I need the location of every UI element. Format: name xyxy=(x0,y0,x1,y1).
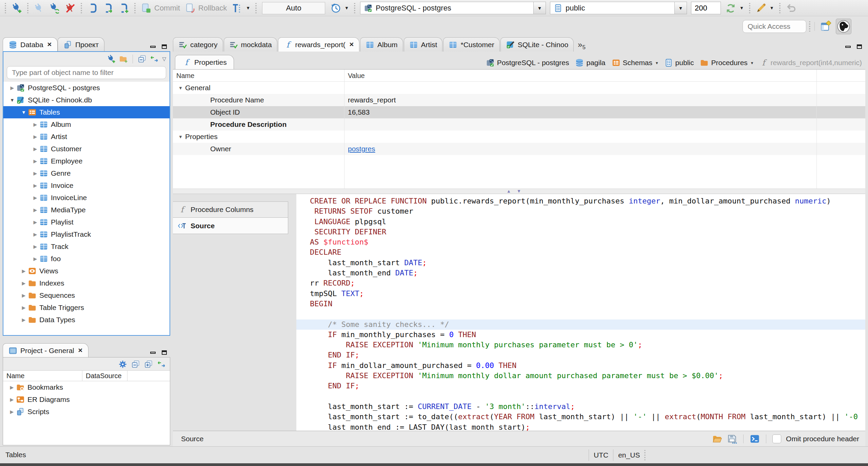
chevron-collapsed-icon[interactable]: ▶ xyxy=(31,171,39,176)
toolbar-drag-handle[interactable] xyxy=(4,3,6,13)
chevron-collapsed-icon[interactable]: ▶ xyxy=(31,244,39,249)
transaction-mode-button[interactable]: ▼ xyxy=(229,1,253,15)
chevron-collapsed-icon[interactable]: ▶ xyxy=(31,232,39,237)
tree-item-table-triggers[interactable]: ▶Table Triggers xyxy=(3,302,170,314)
close-tab-icon[interactable]: ✕ xyxy=(349,41,354,48)
save-to-file-button[interactable] xyxy=(727,434,737,444)
tree-item-views[interactable]: ▶Views xyxy=(3,265,170,277)
chevron-collapsed-icon[interactable]: ▶ xyxy=(8,397,16,402)
code-line[interactable]: END IF; xyxy=(310,381,865,391)
new-sql-editor-button[interactable] xyxy=(116,1,132,15)
chevron-collapsed-icon[interactable]: ▶ xyxy=(31,195,39,200)
new-connection-button[interactable] xyxy=(9,1,24,15)
splitter-down-icon[interactable]: ▼ xyxy=(517,189,521,194)
tree-item-playlist[interactable]: ▶Playlist xyxy=(3,216,170,228)
tree-item-employee[interactable]: ▶Employee xyxy=(3,155,170,167)
tree-item-mediatype[interactable]: ▶MediaType xyxy=(3,204,170,216)
group-expanded-icon[interactable]: ▼ xyxy=(178,85,183,91)
code-line[interactable]: RAISE EXCEPTION 'Minimum monthly purchas… xyxy=(310,340,865,350)
chevron-collapsed-icon[interactable]: ▶ xyxy=(31,158,39,164)
chevron-collapsed-icon[interactable]: ▶ xyxy=(20,293,28,298)
code-line[interactable]: rr RECORD; xyxy=(310,278,865,288)
minimize-view-button[interactable] xyxy=(845,46,851,48)
chevron-collapsed-icon[interactable]: ▶ xyxy=(20,268,28,274)
chevron-collapsed-icon[interactable]: ▶ xyxy=(20,317,28,323)
rollback-button[interactable]: Rollback xyxy=(182,1,229,15)
fetch-size-input[interactable] xyxy=(691,2,721,14)
editor-tab-sqlite-chinoo[interactable]: SQLite - Chinoo xyxy=(500,37,574,52)
omit-procedure-header-checkbox[interactable] xyxy=(772,434,781,443)
connection-combobox[interactable]: PostgreSQL - postgres ▼ xyxy=(360,2,546,14)
timezone-label[interactable]: UTC xyxy=(594,451,608,459)
tree-item-sqlite-chinook-db[interactable]: ▼SQLite - Chinook.db xyxy=(3,94,170,106)
property-row-procedure-description[interactable]: Procedure Description xyxy=(173,118,865,131)
breadcrumb-item-pagila[interactable]: pagila xyxy=(575,58,605,67)
tab-project-general[interactable]: Project - General ✕ xyxy=(3,343,88,357)
chevron-collapsed-icon[interactable]: ▶ xyxy=(8,85,16,91)
open-perspective-button[interactable] xyxy=(820,20,832,33)
property-row-owner[interactable]: Ownerpostgres xyxy=(173,143,865,155)
code-line[interactable]: /* Some sanity checks... */ xyxy=(296,319,865,330)
code-line[interactable]: CREATE OR REPLACE FUNCTION public.reward… xyxy=(310,196,865,206)
column-datasource[interactable]: DataSource xyxy=(82,371,127,381)
collapse-all-button[interactable] xyxy=(138,55,146,63)
tab-projects[interactable]: Проект xyxy=(58,37,104,52)
editor-tab-artist[interactable]: Artist xyxy=(404,37,443,52)
code-line[interactable]: ​ xyxy=(310,309,865,319)
vertical-sash[interactable] xyxy=(288,194,296,465)
source-code[interactable]: CREATE OR REPLACE FUNCTION public.reward… xyxy=(310,196,865,465)
tree-item-genre[interactable]: ▶Genre xyxy=(3,167,170,179)
source-editor[interactable]: CREATE OR REPLACE FUNCTION public.reward… xyxy=(296,194,865,465)
editor-tab-rewards-report[interactable]: rewards_report(✕ xyxy=(278,37,359,52)
schema-dropdown-button[interactable]: ▼ xyxy=(674,2,687,14)
generate-mock-data-button[interactable]: ▼ xyxy=(753,1,776,15)
project-item-er-diagrams[interactable]: ▶ER Diagrams xyxy=(3,393,170,406)
minimize-view-button[interactable] xyxy=(150,352,156,354)
connection-dropdown-button[interactable]: ▼ xyxy=(533,2,546,14)
sql-editor-button[interactable] xyxy=(100,1,116,15)
maximize-view-button[interactable] xyxy=(162,44,167,49)
open-in-sql-console-button[interactable] xyxy=(750,434,760,444)
reconnect-button[interactable] xyxy=(47,1,62,15)
new-connection-toolbar-button[interactable] xyxy=(107,55,116,63)
chevron-collapsed-icon[interactable]: ▶ xyxy=(31,207,39,213)
property-row-procedure-name[interactable]: Procedure Namerewards_report xyxy=(173,94,865,106)
chevron-collapsed-icon[interactable]: ▶ xyxy=(31,146,39,152)
chevron-collapsed-icon[interactable]: ▶ xyxy=(20,280,28,286)
property-row-general[interactable]: ▼General xyxy=(173,82,865,94)
tree-item-sequences[interactable]: ▶Sequences xyxy=(3,289,170,302)
code-line[interactable]: ​ xyxy=(310,391,865,402)
tree-item-artist[interactable]: ▶Artist xyxy=(3,131,170,143)
code-line[interactable]: IF min_monthly_purchases = 0 THEN xyxy=(310,330,865,340)
chevron-collapsed-icon[interactable]: ▶ xyxy=(31,122,39,127)
tree-item-track[interactable]: ▶Track xyxy=(3,240,170,253)
dbeaver-perspective-button[interactable] xyxy=(836,19,851,34)
editor-tab-category[interactable]: category xyxy=(173,37,223,52)
code-line[interactable]: last_month_start DATE; xyxy=(310,258,865,268)
project-settings-button[interactable] xyxy=(118,360,127,369)
code-line[interactable]: last_month_end DATE; xyxy=(310,268,865,278)
tree-item-playlisttrack[interactable]: ▶PlaylistTrack xyxy=(3,228,170,240)
editor-tab-mockdata[interactable]: mockdata xyxy=(224,37,277,52)
toolbar-drag-handle[interactable] xyxy=(134,3,136,13)
toolbar-drag-handle[interactable] xyxy=(749,3,751,13)
collapse-all-button[interactable] xyxy=(131,360,140,369)
tab-properties[interactable]: Properties xyxy=(175,55,234,69)
editor-tab-album[interactable]: Album xyxy=(360,37,403,52)
chevron-collapsed-icon[interactable]: ▶ xyxy=(8,409,16,414)
toolbar-drag-handle[interactable] xyxy=(779,3,781,13)
tab-overflow-indicator[interactable]: »5 xyxy=(574,40,588,52)
minimize-view-button[interactable] xyxy=(150,46,156,48)
chevron-collapsed-icon[interactable]: ▶ xyxy=(31,134,39,139)
project-columns-header[interactable]: Name DataSource xyxy=(3,370,170,381)
breadcrumb-item-schemas[interactable]: Schemas▾ xyxy=(612,58,658,67)
dropdown-caret-icon[interactable]: ▾ xyxy=(656,60,658,65)
grid-column-value[interactable]: Value xyxy=(348,72,365,80)
subtab-procedure-columns[interactable]: Procedure Columns xyxy=(173,201,288,218)
toolbar-drag-handle[interactable] xyxy=(809,21,811,32)
maximize-view-button[interactable] xyxy=(857,44,862,49)
undo-button[interactable] xyxy=(783,1,799,15)
tab-database-navigator[interactable]: Databa ✕ xyxy=(3,37,58,52)
grid-column-name[interactable]: Name xyxy=(176,72,194,80)
column-name[interactable]: Name xyxy=(3,372,82,380)
